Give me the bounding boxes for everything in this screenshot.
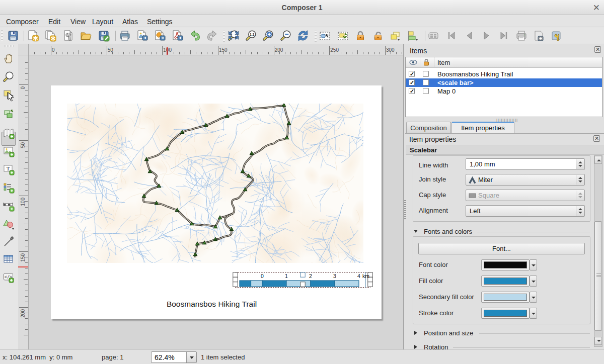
svg-text:T: T [7, 165, 10, 171]
svg-text:1:1: 1:1 [250, 33, 255, 36]
